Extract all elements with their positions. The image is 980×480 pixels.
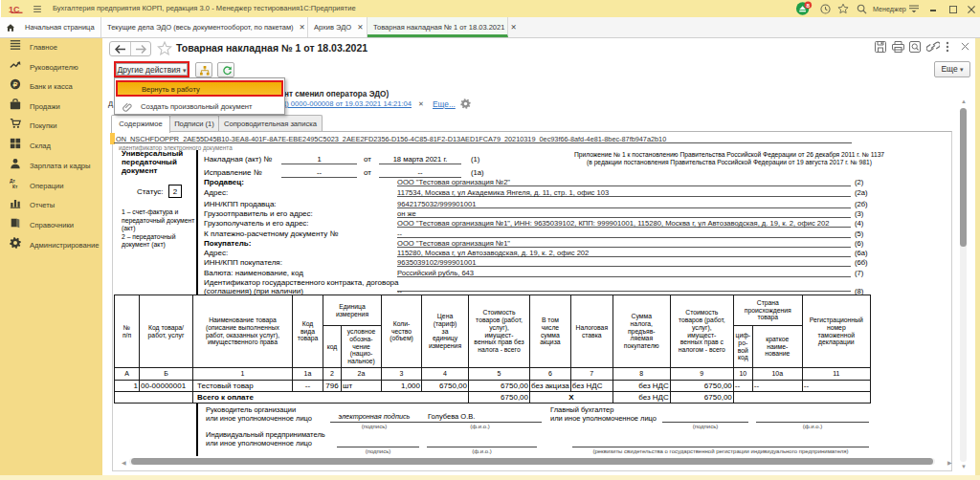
svg-text:Дт: Дт bbox=[10, 179, 15, 184]
svg-text:Кт: Кт bbox=[12, 185, 18, 189]
svg-text:8: 8 bbox=[807, 2, 811, 9]
svg-text:₽: ₽ bbox=[13, 80, 18, 89]
